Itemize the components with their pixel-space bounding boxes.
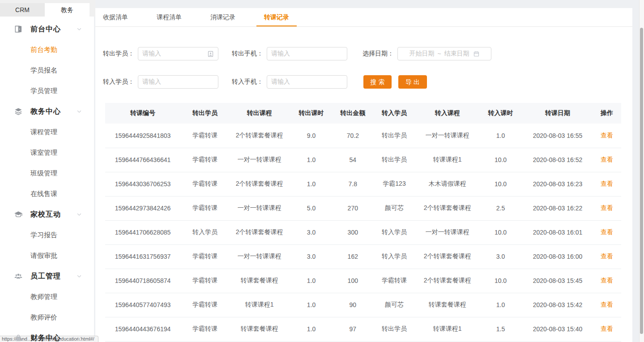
main-panel: 收据清单课程清单消课记录转课记录 转出学员： 请输入 转出手机： 请输入 选择日… (95, 8, 632, 342)
bag-icon (13, 333, 23, 342)
action-cell: 查看 (593, 293, 621, 317)
view-link[interactable]: 查看 (601, 325, 613, 332)
content-tab[interactable]: 转课记录 (256, 8, 297, 26)
sidebar-item[interactable]: 学员报名 (0, 60, 94, 81)
cell: 学霸转课 (180, 293, 230, 317)
view-link[interactable]: 查看 (601, 180, 613, 187)
scrollbar-track[interactable] (639, 0, 644, 342)
action-cell: 查看 (593, 244, 621, 269)
sidebar-group-header[interactable]: 教务中心 (0, 101, 94, 122)
table-row: 1596440577407493学霸转课转课课程11.090颜可芯转课套餐课程1… (105, 293, 621, 317)
sidebar-item[interactable]: 教师管理 (0, 286, 94, 307)
filter-in-phone: 转入手机： 请输入 (229, 75, 347, 89)
sidebar-item[interactable]: 前台考勤 (0, 39, 94, 60)
date-range-input[interactable]: 开始日期 ~ 结束日期 (397, 47, 491, 60)
content-tab[interactable]: 课程清单 (149, 8, 189, 26)
sidebar-group-header[interactable]: 家校互动 (0, 204, 94, 225)
cell: 10.0 (478, 269, 522, 293)
cell: 转课套餐课程 (230, 317, 289, 341)
cell: 学霸转课 (180, 148, 230, 172)
app-tab-crm[interactable]: CRM (0, 3, 45, 17)
sidebar-item[interactable]: 课程管理 (0, 122, 94, 142)
sidebar-item[interactable]: 教师评价 (0, 307, 94, 328)
sidebar-item[interactable]: 课室管理 (0, 142, 94, 163)
in-phone-input[interactable]: 请输入 (267, 75, 347, 89)
export-button[interactable]: 导 出 (398, 75, 427, 89)
sidebar-item[interactable]: 班级管理 (0, 163, 94, 184)
chevron-down-icon (76, 108, 82, 115)
date-separator: ~ (437, 50, 441, 57)
sidebar-item[interactable]: 学员管理 (0, 81, 94, 101)
cell: 1.0 (289, 317, 333, 341)
view-link[interactable]: 查看 (601, 204, 613, 211)
content-tab[interactable]: 消课记录 (203, 8, 243, 26)
cell: 颜可芯 (372, 196, 416, 220)
view-link[interactable]: 查看 (601, 301, 613, 308)
cell: 学霸转课 (180, 317, 230, 341)
filter-date-range: 选择日期： 开始日期 ~ 结束日期 (359, 47, 491, 60)
action-cell: 查看 (593, 124, 621, 148)
cell: 2个转课套餐课程 (416, 244, 478, 269)
cell: 一对一转课课程 (416, 124, 478, 148)
cell: 3.0 (289, 220, 333, 244)
content-tab[interactable]: 收据清单 (95, 8, 136, 26)
in-student-input[interactable]: 请输入 (138, 75, 218, 89)
out-student-input[interactable]: 请输入 (138, 47, 218, 60)
column-header: 转入课时 (478, 103, 522, 124)
cell: 9.0 (289, 124, 333, 148)
cell: 1.0 (478, 293, 522, 317)
search-button[interactable]: 搜 索 (363, 75, 392, 89)
sidebar: 前台中心前台考勤学员报名学员管理教务中心课程管理课室管理班级管理在线售课家校互动… (0, 17, 94, 342)
cell: 2020-08-03 15:40 (523, 317, 593, 341)
cell: 300 (333, 220, 372, 244)
cell: 1596440577407493 (105, 293, 180, 317)
column-header: 转课编号 (105, 103, 180, 124)
view-link[interactable]: 查看 (601, 228, 613, 235)
sidebar-item[interactable]: 请假审批 (0, 245, 94, 266)
cell: 1.5 (478, 317, 522, 341)
column-header: 转课日期 (523, 103, 593, 124)
cell: 10.0 (478, 220, 522, 244)
date-label: 选择日期： (359, 50, 397, 58)
sidebar-group-header[interactable]: 前台中心 (0, 19, 94, 39)
sidebar-group-label: 员工管理 (30, 272, 61, 281)
cell: 一对一转课课程 (230, 196, 289, 220)
cell: 3.0 (289, 244, 333, 269)
contact-card-icon[interactable] (207, 51, 214, 57)
cell: 1596440443676194 (105, 317, 180, 341)
sidebar-item[interactable]: 在线售课 (0, 184, 94, 204)
column-header: 转出课程 (230, 103, 289, 124)
cell: 2.5 (478, 196, 522, 220)
sidebar-group-header[interactable]: 员工管理 (0, 266, 94, 286)
transfer-records-table: 转课编号转出学员转出课程转出课时转出金额转入学员转入课程转入课时转课日期操作 1… (105, 103, 621, 342)
scrollbar-thumb[interactable] (640, 28, 643, 334)
sidebar-group-header[interactable]: 财务中心 (0, 328, 94, 342)
cell: 2020-08-03 16:23 (523, 172, 593, 196)
in-phone-label: 转入手机： (229, 78, 267, 86)
out-phone-input[interactable]: 请输入 (267, 47, 347, 60)
cell: 转入学员 (372, 220, 416, 244)
view-link[interactable]: 查看 (601, 156, 613, 163)
cell: 学霸123 (372, 172, 416, 196)
table-header-row: 转课编号转出学员转出课程转出课时转出金额转入学员转入课程转入课时转课日期操作 (105, 103, 621, 124)
filter-out-phone: 转出手机： 请输入 (229, 47, 347, 60)
cell: 学霸转课 (180, 124, 230, 148)
action-cell: 查看 (593, 269, 621, 293)
cell: 2个转课套餐课程 (230, 220, 289, 244)
cell: 270 (333, 196, 372, 220)
cell: 1.0 (289, 148, 333, 172)
view-link[interactable]: 查看 (601, 132, 613, 139)
sidebar-item[interactable]: 学习报告 (0, 225, 94, 245)
view-link[interactable]: 查看 (601, 252, 613, 260)
out-student-placeholder: 请输入 (142, 50, 207, 58)
table-row: 1596442973842426学霸转课一对一转课课程5.0270颜可芯2个转课… (105, 196, 621, 220)
app-tab-jiaowu[interactable]: 教务 (45, 3, 90, 17)
date-start-placeholder: 开始日期 (409, 50, 434, 58)
view-link[interactable]: 查看 (601, 277, 613, 284)
column-header: 转入课程 (416, 103, 478, 124)
table-row: 1596443036706253学霸转课2个转课套餐课程1.07.8学霸123木… (105, 172, 621, 196)
cell: 1.0 (289, 172, 333, 196)
cell: 转出学员 (372, 317, 416, 341)
app-tab-bar: CRM 教务 (0, 0, 95, 17)
table-row: 1596441706628085转入学员2个转课套餐课程3.0300转入学员一对… (105, 220, 621, 244)
